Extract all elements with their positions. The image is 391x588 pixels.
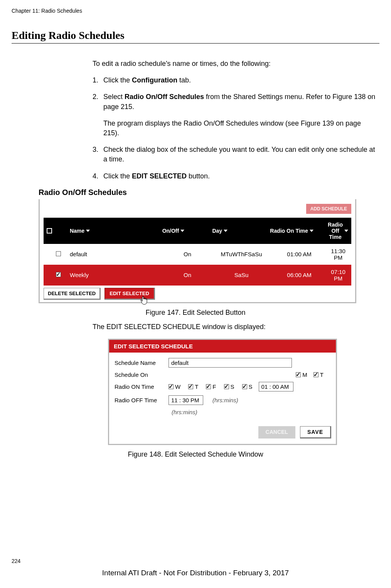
col-off-time[interactable]: Radio Off Time <box>328 222 343 240</box>
label-schedule-on: Schedule On <box>115 371 169 378</box>
figure-148-caption: Figure 148. Edit Selected Schedule Windo… <box>12 450 379 459</box>
cell-off-time: 07:10 PM <box>328 269 348 282</box>
caret-down-icon <box>310 230 313 232</box>
day-checkbox[interactable]: F <box>206 383 216 390</box>
label-radio-on-time: Radio ON Time <box>115 383 169 390</box>
day-label: S <box>249 383 253 390</box>
mid-text: The EDIT SELECTED SCHEDULE window is dis… <box>93 322 376 332</box>
fig1-panel: ADD SCHEDULE Name On/Off Day Radio On Ti… <box>39 199 356 303</box>
schedule-name-input[interactable] <box>169 358 292 368</box>
day-label: S <box>231 383 234 390</box>
cell-on-time: 06:00 AM <box>270 272 328 278</box>
figure-147-caption: Figure 147. Edit Selected Button <box>12 309 379 317</box>
save-button[interactable]: SAVE <box>300 426 331 438</box>
step-body: Click the Configuration tab. <box>103 76 376 85</box>
fig2-header: EDIT SELECTED SCHEDULE <box>109 340 336 353</box>
header-checkbox[interactable] <box>47 228 52 234</box>
section-rule <box>12 43 379 44</box>
col-onoff[interactable]: On/Off <box>162 228 179 234</box>
col-on-time[interactable]: Radio On Time <box>270 228 308 234</box>
hint-hrs-mins-2: (hrs:mins) <box>172 409 197 415</box>
row-checkbox[interactable] <box>56 272 61 277</box>
day-checkbox[interactable]: S <box>242 383 253 390</box>
figure-148: EDIT SELECTED SCHEDULE Schedule Name Sch… <box>108 339 337 445</box>
caret-down-icon <box>344 230 348 232</box>
day-label: M <box>302 371 307 378</box>
label-schedule-name: Schedule Name <box>115 360 169 366</box>
hint-hrs-mins: (hrs:mins) <box>212 397 238 403</box>
footer-text: Internal ATI Draft - Not For Distributio… <box>0 569 391 577</box>
step-item: 2.Select Radio On/Off Schedules from the… <box>93 92 376 138</box>
cell-name: Weekly <box>70 272 162 278</box>
cell-on-time: 01:00 AM <box>270 251 328 257</box>
step-item: 4.Click the EDIT SELECTED button. <box>93 171 376 181</box>
step-number: 3. <box>93 145 103 164</box>
figure-147: Radio On/Off Schedules ADD SCHEDULE Name… <box>39 188 356 303</box>
caret-down-icon <box>180 230 184 232</box>
cell-off-time: 11:30 PM <box>328 248 348 261</box>
radio-off-time-input[interactable] <box>169 395 203 405</box>
step-item: 3.Check the dialog box of the schedule y… <box>93 145 376 164</box>
cell-day: MTuWThFSaSu <box>212 251 270 257</box>
cursor-hand-icon <box>140 296 148 306</box>
checkbox-icon <box>188 384 193 389</box>
chapter-header: Chapter 11: Radio Schedules <box>12 8 379 14</box>
table-row[interactable]: WeeklyOnSaSu06:00 AM07:10 PM <box>44 265 351 286</box>
checkbox-icon <box>169 384 174 389</box>
page-number: 224 <box>12 558 20 564</box>
cell-onoff: On <box>162 251 212 257</box>
day-label: W <box>175 383 180 390</box>
cancel-button[interactable]: CANCEL <box>258 426 295 438</box>
intro-text: To edit a radio schedule's name or times… <box>93 59 376 69</box>
cell-onoff: On <box>162 272 212 278</box>
step-number: 2. <box>93 92 103 138</box>
step-list: 1.Click the Configuration tab.2.Select R… <box>93 76 376 181</box>
checkbox-icon <box>224 384 229 389</box>
row-checkbox[interactable] <box>56 251 61 256</box>
step-number: 4. <box>93 171 103 181</box>
col-name[interactable]: Name <box>70 228 84 234</box>
label-radio-off-time: Radio OFF Time <box>115 397 169 403</box>
day-label: F <box>212 383 216 390</box>
cell-day: SaSu <box>212 272 270 278</box>
day-label: T <box>195 383 198 390</box>
action-bar: DELETE SELECTED EDIT SELECTED <box>44 288 351 300</box>
day-checkbox[interactable]: W <box>169 383 180 390</box>
add-schedule-button[interactable]: ADD SCHEDULE <box>306 204 351 214</box>
day-checkbox[interactable]: S <box>224 383 234 390</box>
checkbox-icon <box>206 384 211 389</box>
step-body: Select Radio On/Off Schedules from the S… <box>103 92 376 138</box>
step-body: Check the dialog box of the schedule you… <box>103 145 376 164</box>
checkbox-icon <box>296 372 301 377</box>
day-checkbox[interactable]: M <box>296 371 307 378</box>
step-number: 1. <box>93 76 103 85</box>
table-header: Name On/Off Day Radio On Time Radio Off … <box>44 218 351 244</box>
section-title: Editing Radio Schedules <box>12 29 379 42</box>
checkbox-icon <box>242 384 247 389</box>
cell-name: default <box>70 251 162 257</box>
day-checkbox[interactable]: T <box>313 371 324 378</box>
caret-down-icon <box>86 230 90 232</box>
delete-selected-button[interactable]: DELETE SELECTED <box>44 288 101 300</box>
day-checkbox[interactable]: T <box>188 383 198 390</box>
table-row[interactable]: defaultOnMTuWThFSaSu01:00 AM11:30 PM <box>44 244 351 265</box>
col-day[interactable]: Day <box>212 228 222 234</box>
step-item: 1.Click the Configuration tab. <box>93 76 376 85</box>
radio-on-time-input[interactable] <box>259 382 293 391</box>
step-body: Click the EDIT SELECTED button. <box>103 171 376 181</box>
checkbox-icon <box>313 372 319 377</box>
day-label: T <box>320 371 324 378</box>
fig1-title: Radio On/Off Schedules <box>39 188 356 197</box>
caret-down-icon <box>224 230 228 232</box>
